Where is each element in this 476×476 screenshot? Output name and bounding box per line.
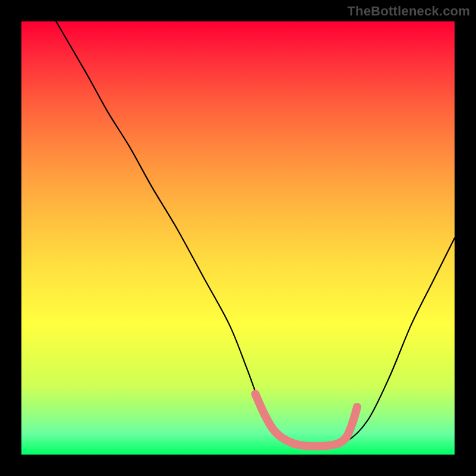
optimal-range-marker: [255, 394, 357, 446]
chart-stage: TheBottleneck.com: [0, 0, 476, 476]
watermark-text: TheBottleneck.com: [347, 4, 470, 19]
plot-area: [21, 21, 455, 455]
curve-layer: [21, 21, 455, 455]
bottleneck-curve: [56, 21, 455, 446]
